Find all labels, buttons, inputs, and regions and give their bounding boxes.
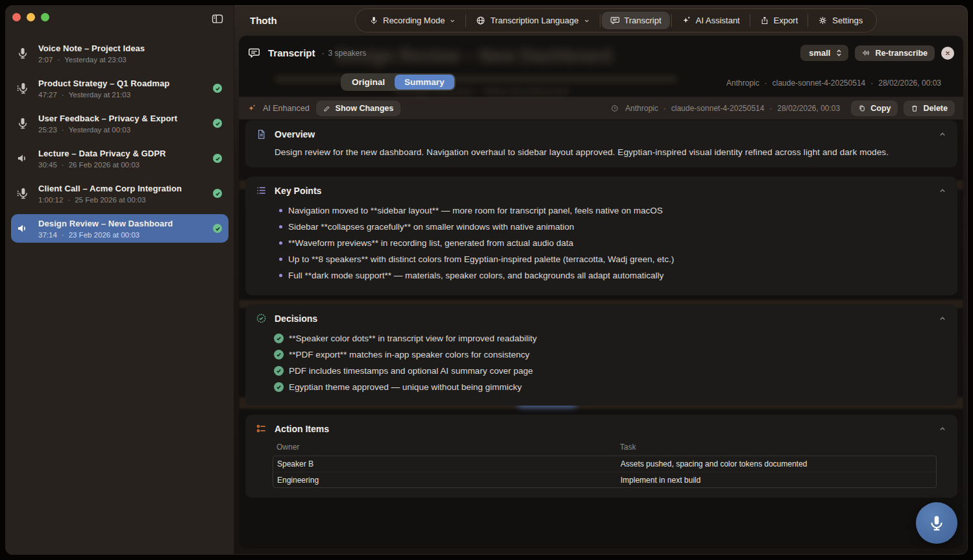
transcribed-check-icon	[213, 119, 222, 128]
show-changes-button[interactable]: Show Changes	[316, 101, 401, 116]
recording-meta: 37:14·23 Feb 2026 at 00:03	[38, 231, 173, 239]
transcript-panel: Design Review – New Dashboard Design Rev…	[239, 36, 963, 548]
recording-title: Voice Note – Project Ideas	[38, 43, 145, 53]
decision-item: **PDF export** matches in-app speaker co…	[274, 347, 947, 363]
toolbar-divider	[465, 14, 466, 27]
model-size-select[interactable]: small	[800, 45, 848, 61]
transcript-tab[interactable]: Transcript	[602, 12, 670, 29]
overview-section: Overview Design review for the new dashb…	[245, 120, 957, 167]
sidebar: Voice Note – Project Ideas 2:07·Yesterda…	[5, 5, 234, 555]
close-panel-button[interactable]	[941, 47, 954, 60]
delete-button[interactable]: Delete	[904, 101, 955, 116]
check-circle-icon	[274, 382, 284, 392]
decision-item: Egyptian theme approved — unique without…	[274, 379, 947, 395]
transcript-panel-header: Transcript ·3 speakers small Re-transcri…	[239, 36, 963, 70]
trash-icon	[911, 104, 918, 112]
decision-item: PDF includes timestamps and optional AI …	[274, 363, 947, 379]
speech-bubble-icon	[248, 47, 260, 59]
app-window: Voice Note – Project Ideas 2:07·Yesterda…	[5, 5, 968, 555]
table-row: Engineering Implement in next build	[273, 472, 936, 487]
toolbar-divider	[600, 14, 600, 27]
up-down-chevrons-icon	[835, 49, 843, 57]
recording-meta: 2:07·Yesterday at 23:03	[38, 56, 145, 64]
ai-assistant-button[interactable]: AI Assistant	[673, 12, 748, 29]
key-point-item: Full **dark mode support** — materials, …	[279, 267, 947, 284]
recording-title: User Feedback – Privacy & Export	[38, 114, 177, 123]
recording-mode-menu[interactable]: Recording Mode	[361, 12, 464, 29]
key-points-section: Key Points Navigation moved to **sidebar…	[245, 177, 957, 295]
section-title: Action Items	[275, 424, 329, 434]
ai-enhanced-bar: AI Enhanced Show Changes Anthropic· clau…	[239, 97, 963, 119]
todo-list-icon	[256, 423, 269, 434]
recording-item-client-call[interactable]: Client Call – Acme Corp Integration 1:00…	[11, 179, 228, 208]
decisions-list: **Speaker color dots** in transcript vie…	[274, 330, 947, 395]
retranscribe-button[interactable]: Re-transcribe	[855, 45, 935, 61]
mic-icon	[369, 16, 378, 25]
mic-waveform-icon	[16, 82, 33, 95]
summary-content: Overview Design review for the new dashb…	[245, 120, 957, 507]
key-point-item: Sidebar **collapses gracefully** on smal…	[279, 219, 947, 235]
decisions-section: Decisions **Speaker color dots** in tran…	[245, 304, 957, 406]
copy-button[interactable]: Copy	[851, 101, 898, 116]
tab-original[interactable]: Original	[342, 75, 395, 90]
enhancement-metadata: Anthropic· claude-sonnet-4-20250514· 28/…	[611, 104, 840, 113]
key-point-item: Navigation moved to **sidebar layout** —…	[279, 202, 947, 219]
column-header-task: Task	[620, 443, 933, 452]
transcription-metadata: Anthropic· claude-sonnet-4-20250514· 28/…	[726, 79, 941, 88]
globe-icon	[476, 16, 486, 25]
overview-text: Design review for the new dashboard. Nav…	[275, 147, 947, 157]
action-items-section: Action Items Owner Task Speaker B	[245, 415, 957, 498]
close-window-button[interactable]	[12, 13, 21, 21]
share-icon	[760, 16, 769, 25]
transcribed-check-icon	[213, 84, 222, 93]
transcription-language-menu[interactable]: Transcription Language	[467, 12, 598, 29]
badge-check-icon	[256, 313, 269, 324]
transcribed-check-icon	[213, 154, 222, 163]
sidebar-toggle-icon[interactable]	[209, 11, 226, 27]
minimize-window-button[interactable]	[27, 13, 35, 21]
transcribed-check-icon	[213, 189, 222, 198]
recording-item-user-feedback[interactable]: User Feedback – Privacy & Export 25:23·Y…	[11, 109, 228, 138]
recording-item-lecture[interactable]: Lecture – Data Privacy & GDPR 30:45·26 F…	[11, 144, 228, 173]
key-points-list: Navigation moved to **sidebar layout** —…	[279, 202, 947, 284]
toolbar-divider	[671, 14, 672, 27]
speaker-icon	[16, 222, 33, 235]
sparkle-icon	[247, 104, 256, 113]
section-title: Decisions	[275, 313, 317, 324]
chevron-up-icon[interactable]	[938, 130, 947, 139]
tab-summary[interactable]: Summary	[395, 75, 454, 90]
recording-meta: 25:23·Yesterday at 00:03	[38, 126, 177, 134]
recording-meta: 1:00:12·25 Feb 2026 at 00:03	[38, 196, 182, 204]
recording-item-product-strategy[interactable]: Product Strategy – Q1 Roadmap 47:27·Yest…	[11, 74, 228, 103]
export-button[interactable]: Export	[752, 12, 807, 29]
mic-icon	[16, 47, 33, 60]
mic-icon	[16, 117, 33, 130]
copy-icon	[858, 104, 866, 112]
recording-item-design-review[interactable]: Design Review – New Dashboard 37:14·23 F…	[11, 214, 228, 243]
view-tabs-row: Original Summary Anthropic· claude-sonne…	[239, 70, 963, 97]
chevron-up-icon[interactable]	[938, 424, 947, 433]
column-header-owner: Owner	[277, 443, 620, 452]
ai-enhanced-label: AI Enhanced	[263, 104, 310, 113]
chevron-up-icon[interactable]	[938, 314, 947, 323]
recording-meta: 47:27·Yesterday at 21:03	[38, 91, 169, 99]
owner-cell: Engineering	[277, 476, 621, 485]
recording-title: Lecture – Data Privacy & GDPR	[38, 149, 166, 158]
chevron-up-icon[interactable]	[938, 186, 947, 195]
check-circle-icon	[274, 366, 284, 376]
chevron-down-icon	[449, 18, 456, 24]
app-title: Thoth	[250, 15, 277, 26]
zoom-window-button[interactable]	[41, 13, 49, 21]
settings-button[interactable]: Settings	[809, 12, 871, 29]
record-button[interactable]	[916, 502, 957, 544]
section-title: Key Points	[275, 186, 321, 196]
sparkle-icon	[682, 16, 691, 25]
speech-bubble-icon	[610, 16, 620, 25]
recording-item-voice-note[interactable]: Voice Note – Project Ideas 2:07·Yesterda…	[11, 39, 228, 67]
owner-cell: Speaker B	[277, 459, 621, 469]
recording-title: Client Call – Acme Corp Integration	[38, 184, 182, 193]
task-cell: Implement in next build	[621, 476, 932, 485]
mic-waveform-icon	[16, 187, 33, 200]
document-icon	[256, 128, 269, 140]
list-icon	[256, 185, 269, 196]
